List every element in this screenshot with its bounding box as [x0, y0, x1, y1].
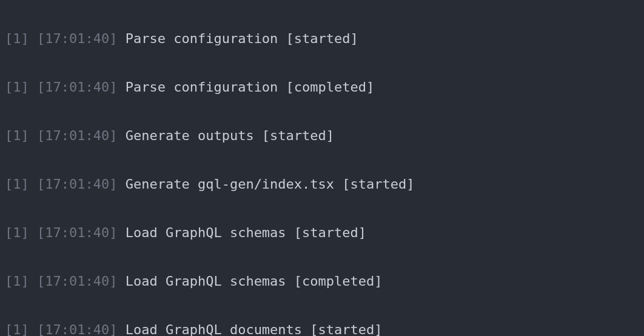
process-id: [1]	[5, 176, 29, 192]
terminal-output: [1] [17:01:40] Parse configuration [star…	[0, 0, 644, 336]
log-line: [1] [17:01:40] Parse configuration [star…	[5, 27, 639, 51]
log-message: Generate outputs [started]	[126, 128, 334, 143]
timestamp: [17:01:40]	[37, 31, 117, 46]
process-id: [1]	[5, 225, 29, 240]
timestamp: [17:01:40]	[37, 79, 117, 95]
timestamp: [17:01:40]	[37, 274, 117, 289]
log-message: Parse configuration [completed]	[126, 79, 375, 95]
timestamp: [17:01:40]	[37, 176, 117, 192]
process-id: [1]	[5, 31, 29, 46]
log-line: [1] [17:01:40] Load GraphQL schemas [com…	[5, 269, 639, 294]
log-message: Generate gql-gen/index.tsx [started]	[126, 176, 415, 192]
log-line: [1] [17:01:40] Load GraphQL schemas [sta…	[5, 221, 639, 245]
process-id: [1]	[5, 274, 29, 289]
log-message: Parse configuration [started]	[126, 31, 358, 46]
process-id: [1]	[5, 79, 29, 95]
timestamp: [17:01:40]	[37, 225, 117, 240]
process-id: [1]	[5, 322, 29, 336]
log-line: [1] [17:01:40] Generate outputs [started…	[5, 124, 639, 148]
timestamp: [17:01:40]	[37, 322, 117, 336]
log-message: Load GraphQL schemas [started]	[126, 225, 366, 240]
log-line: [1] [17:01:40] Generate gql-gen/index.ts…	[5, 172, 639, 197]
log-message: Load GraphQL documents [started]	[126, 322, 383, 336]
log-line: [1] [17:01:40] Load GraphQL documents [s…	[5, 318, 639, 336]
log-line: [1] [17:01:40] Parse configuration [comp…	[5, 75, 639, 99]
log-message: Load GraphQL schemas [completed]	[126, 274, 383, 289]
timestamp: [17:01:40]	[37, 128, 117, 143]
process-id: [1]	[5, 128, 29, 143]
